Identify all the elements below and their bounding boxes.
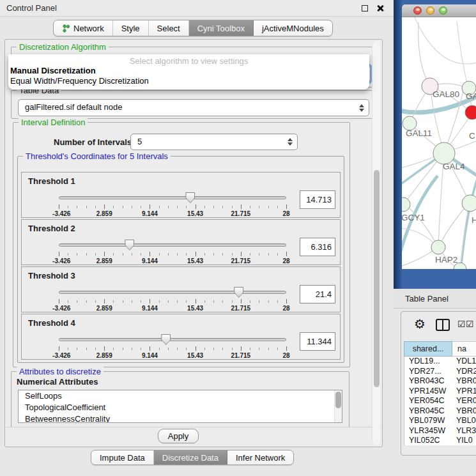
threshold-box: Threshold 2 -3.4262.8599.14415.4321.7152… [21,219,341,265]
table-row[interactable]: YLR345W YLR3 [404,426,476,436]
panel-vertical-scrollbar[interactable] [372,41,380,445]
threshold-label: Threshold 3 [28,271,75,280]
network-icon [62,24,70,33]
network-node-hap2[interactable] [431,240,445,254]
split-columns-icon[interactable] [436,319,450,331]
close-traffic-icon[interactable] [413,6,422,15]
float-window-icon[interactable] [362,5,368,12]
network-canvas[interactable]: GAL80GACGAL11GAL4GCY1HHAP2 [402,17,476,269]
table-header-row: shared... na [404,341,476,357]
thresholds-group: Threshold's Coordinates for 5 Intervals … [17,156,344,363]
node-label: C [469,131,475,141]
apply-button[interactable]: Apply [158,429,199,443]
tab-select[interactable]: Select [149,20,189,36]
slider-thumb[interactable] [161,334,171,345]
gear-icon[interactable]: ⚙ [414,318,426,330]
network-window-titlebar[interactable] [402,4,476,17]
checkbox-icon[interactable]: ☑ [466,319,474,329]
network-edge[interactable] [418,22,430,86]
threshold-value-field[interactable]: 21.4 [300,285,335,303]
attribute-item[interactable]: TopologicalCoefficient [19,402,342,413]
tab-jactivemnodules[interactable]: jActiveMNodules [254,20,332,36]
node-label: GAL80 [433,89,459,99]
table-panel-window: ⚙ ☑ ☑ shared... na YDL19... YDL1 YDR27..… [401,311,476,456]
node-label: GAL11 [406,128,432,138]
numerical-attributes-label: Numerical Attributes [17,377,98,387]
network-edge[interactable] [413,17,476,64]
threshold-slider[interactable]: -3.4262.8599.14415.4321.71528 [59,192,286,217]
table-data-value: galFiltered.sif default node [25,102,122,112]
threshold-box: Threshold 4 -3.4262.8599.14415.4321.7152… [21,314,341,360]
slider-thumb[interactable] [185,192,195,203]
slider-thumb[interactable] [234,287,243,298]
close-window-icon[interactable] [376,4,383,12]
slider-track[interactable] [59,243,286,247]
table-row[interactable]: YDR27... YDR2 [404,367,476,377]
network-node-h[interactable] [462,195,476,211]
combo-spinner-icon [288,138,293,146]
discretization-algorithm-title: Discretization Algorithm [17,42,109,52]
table-row[interactable]: YBR043C YBR0 [404,376,476,387]
checkbox-icon[interactable]: ☑ [457,319,466,329]
slider-thumb[interactable] [125,240,134,250]
column-header-shared-name[interactable]: shared... [404,341,452,357]
threshold-slider[interactable]: -3.4262.8599.14415.4321.71528 [59,286,286,312]
column-header-name[interactable]: na [452,341,476,357]
network-node-c[interactable] [465,105,476,119]
slider-track[interactable] [59,338,286,341]
tab-discretize-data[interactable]: Discretize Data [154,450,227,464]
algorithm-dropdown-popup: Select algorithm to view settings Manual… [8,54,369,89]
algorithm-option[interactable]: Equal Width/Frequency Discretization [8,76,369,86]
cyni-mode-tabs: Impute DataDiscretize DataInfer Network [91,450,294,465]
panel-scrollbar-thumb[interactable] [374,170,380,387]
tab-cyni-toolbox[interactable]: Cyni Toolbox [189,20,254,36]
window-title: Control Panel [6,3,57,13]
table-data-group: Table Data galFiltered.sif default node [11,90,376,119]
network-edge[interactable] [457,21,468,89]
control-panel-titlebar: Control Panel [0,0,394,17]
minimize-traffic-icon[interactable] [426,6,434,15]
algorithm-popup-options: Manual DiscretizationEqual Width/Frequen… [8,66,369,86]
slider-track[interactable] [59,196,286,199]
algorithm-option[interactable]: Manual Discretization [8,66,369,76]
threshold-value-field[interactable]: 11.344 [300,332,335,351]
table-row[interactable]: YER054C YER0 [404,396,476,406]
number-of-intervals-combo[interactable]: 5 [130,134,298,150]
network-node-gal4[interactable] [433,142,455,164]
slider-ticks [59,346,286,351]
attribute-item[interactable]: SelfLoops [19,390,342,402]
threshold-value-field[interactable]: 6.316 [300,238,335,256]
numerical-attributes-list[interactable]: SelfLoopsTopologicalCoefficientBetweenne… [18,390,342,423]
table-row[interactable]: YPR145W YPR1 [404,387,476,397]
slider-scale-labels: -3.4262.8599.14415.4321.71528 [59,305,286,312]
table-data-combo[interactable]: galFiltered.sif default node [18,99,369,116]
tab-impute-data[interactable]: Impute Data [91,450,154,464]
threshold-box: Threshold 1 -3.4262.8599.14415.4321.7152… [21,172,341,218]
table-row[interactable]: YBL079W YBL0 [404,416,476,426]
table-toolbar: ⚙ ☑ ☑ [401,312,476,341]
attributes-scrollbar-thumb[interactable] [335,392,341,408]
slider-track[interactable] [59,291,286,294]
attribute-item[interactable]: BetweennessCentrality [19,413,342,423]
node-label: GAL4 [443,162,465,171]
table-rows: YDL19... YDL1 YDR27... YDR2 YBR043C YBR0… [404,357,476,445]
attributes-group: Attributes to discretize Numerical Attri… [11,371,349,427]
thresholds-group-title: Threshold's Coordinates for 5 Intervals [23,151,171,161]
zoom-traffic-icon[interactable] [439,6,447,15]
tab-infer-network[interactable]: Infer Network [227,450,293,464]
threshold-slider[interactable]: -3.4262.8599.14415.4321.71528 [59,239,286,265]
slider-scale-labels: -3.4262.8599.14415.4321.71528 [59,257,286,265]
attributes-list-scrollbar[interactable] [334,390,342,422]
table-row[interactable]: YBR045C YBR0 [404,406,476,417]
node-label: H [472,215,476,225]
tab-style[interactable]: Style [113,20,149,36]
threshold-slider[interactable]: -3.4262.8599.14415.4321.71528 [59,334,286,359]
table-row[interactable]: YIL052C YIL0 [404,436,476,445]
threshold-box: Threshold 3 -3.4262.8599.14415.4321.7152… [21,266,341,312]
threshold-label: Threshold 2 [28,224,75,233]
table-row[interactable]: YDL19... YDL1 [404,357,476,367]
node-label: GA [466,91,476,101]
threshold-value-field[interactable]: 14.713 [300,190,335,209]
network-node-gcy1[interactable] [402,197,410,211]
tab-network[interactable]: Network [54,20,113,36]
